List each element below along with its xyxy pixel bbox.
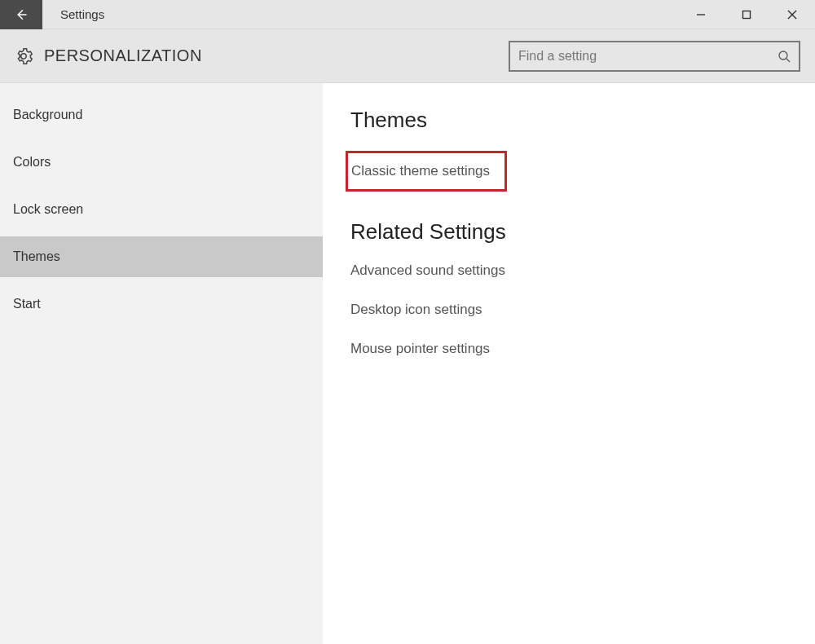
maximize-icon	[742, 10, 751, 20]
classic-theme-settings-link[interactable]: Classic theme settings	[351, 163, 490, 179]
related-links: Advanced sound settings Desktop icon set…	[350, 262, 815, 357]
mouse-pointer-settings-link[interactable]: Mouse pointer settings	[350, 341, 815, 357]
sidebar-item-label: Themes	[13, 249, 60, 264]
search-box[interactable]	[509, 41, 800, 72]
category-header: PERSONALIZATION	[0, 29, 815, 83]
svg-point-4	[779, 51, 787, 60]
highlight-annotation: Classic theme settings	[346, 151, 507, 192]
close-button[interactable]	[769, 0, 815, 29]
sidebar-item-colors[interactable]: Colors	[0, 142, 323, 183]
window-controls	[678, 0, 815, 29]
window-title: Settings	[60, 7, 104, 21]
search-input[interactable]	[518, 49, 778, 64]
minimize-button[interactable]	[678, 0, 724, 29]
titlebar: Settings	[0, 0, 815, 29]
close-icon	[787, 10, 797, 20]
desktop-icon-settings-link[interactable]: Desktop icon settings	[350, 302, 815, 318]
sidebar-item-start[interactable]: Start	[0, 284, 323, 324]
sidebar-item-label: Start	[13, 297, 41, 311]
sidebar-item-label: Lock screen	[13, 202, 83, 217]
back-arrow-icon	[14, 7, 29, 22]
sidebar-item-label: Background	[13, 108, 82, 122]
search-icon	[778, 50, 791, 63]
back-button[interactable]	[0, 0, 42, 29]
sidebar-item-themes[interactable]: Themes	[0, 236, 323, 277]
minimize-icon	[696, 10, 706, 20]
maximize-button[interactable]	[724, 0, 769, 29]
body: Background Colors Lock screen Themes Sta…	[0, 83, 815, 644]
themes-heading: Themes	[350, 108, 815, 133]
svg-line-5	[786, 59, 790, 62]
sidebar-item-label: Colors	[13, 155, 51, 170]
gear-icon	[15, 47, 33, 65]
sidebar: Background Colors Lock screen Themes Sta…	[0, 83, 323, 644]
content-pane: Themes Classic theme settings Related Se…	[323, 83, 815, 644]
related-settings-heading: Related Settings	[350, 219, 815, 245]
svg-rect-1	[743, 11, 751, 19]
sidebar-item-lock-screen[interactable]: Lock screen	[0, 189, 323, 230]
sidebar-item-background[interactable]: Background	[0, 95, 323, 135]
advanced-sound-settings-link[interactable]: Advanced sound settings	[350, 262, 815, 279]
category-title: PERSONALIZATION	[44, 46, 202, 65]
